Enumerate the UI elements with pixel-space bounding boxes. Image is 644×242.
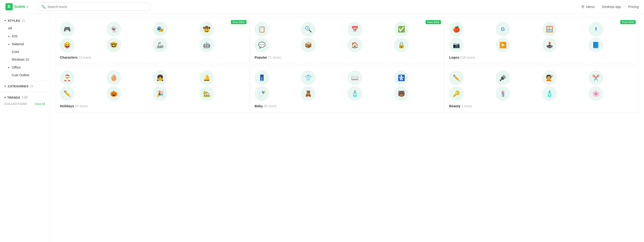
styles-section-header[interactable]: ▾ STYLES 25 (0, 17, 50, 24)
beauty-count: 1 icons (462, 104, 472, 108)
popular-name: Popular (254, 56, 267, 59)
search-bar[interactable]: 🔍 (37, 2, 150, 11)
beauty-icon-3: 💇 (542, 70, 557, 85)
styles-chevron-icon: ▾ (4, 19, 6, 22)
collections-label: COLLECTIONS (4, 102, 27, 106)
logo-icon-8: 📘 (588, 38, 603, 52)
pop-icon-2: 🔍 (301, 22, 316, 36)
hol-icon-1: 🎅 (60, 70, 74, 85)
hol-icon-3: 👧 (153, 70, 167, 85)
pack-popular[interactable]: Free SVG 📋 🔍 📅 ✅ 💬 📦 🏠 🔒 Popular 71 icon… (250, 17, 444, 64)
pop-icon-3: 📅 (348, 22, 362, 36)
hol-icon-7: 🎉 (153, 86, 167, 101)
baby-icon-7: 🧴 (348, 86, 362, 101)
pop-icon-5: 💬 (254, 38, 269, 52)
logo-icon-2: G (496, 22, 510, 36)
free-svg-badge-characters: Free SVG (231, 20, 246, 24)
trends-count: 198 (22, 96, 28, 100)
baby-count: 30 icons (264, 104, 276, 108)
pack-holidays[interactable]: 🎅 🥚 👧 🔔 ✏️ 🎃 🎉 🏡 Holidays 57 icons (55, 66, 250, 113)
sidebar-item-color[interactable]: Color (0, 48, 50, 56)
logo-area[interactable]: B Icons ▾ (6, 3, 28, 10)
desktop-app-link[interactable]: Desktop app (602, 5, 621, 8)
logos-icon-grid: 🍎 G 🪟 f 📷 ▶️ 🕹️ 📘 (449, 22, 634, 52)
pack-beauty[interactable]: ✏️ 🪮 💇 ✂️ 🔑 💈 🧴 🌸 Beauty 1 icons (444, 66, 638, 113)
logo-icon-3: 🪟 (542, 22, 557, 36)
logo-text: Icons (14, 4, 25, 9)
header-right: ☰ Menu Desktop app Pricing (581, 5, 638, 9)
baby-icon-1: 👖 (254, 70, 269, 85)
categories-label: CATEGORIES (8, 84, 29, 88)
characters-icon-grid: 🎮 👻 🎭 🤠 😛 🤓 🦾 🤖 (60, 22, 245, 52)
baby-icon-2: 👕 (301, 70, 316, 85)
styles-label: STYLES (8, 19, 20, 22)
ios-label: iOS (12, 34, 18, 38)
all-label: All (8, 26, 12, 30)
char-icon-3: 🎭 (153, 22, 167, 36)
view-all-link[interactable]: View All (35, 102, 45, 106)
logo-icon-4: f (588, 22, 603, 36)
beauty-name: Beauty (449, 104, 460, 108)
beauty-label: Beauty 1 icons (449, 104, 634, 108)
pricing-link[interactable]: Pricing (628, 5, 638, 8)
logo-chevron-icon: ▾ (27, 5, 28, 8)
sidebar-item-ios[interactable]: ▾ iOS (0, 32, 50, 40)
material-chevron: ▾ (8, 43, 10, 46)
logo-icon-1: 🍎 (449, 22, 464, 36)
material-label: Material (12, 42, 24, 46)
sidebar-divider-2 (0, 92, 50, 92)
sidebar-item-material[interactable]: ▾ Material (0, 40, 50, 48)
pack-baby[interactable]: 👖 👕 📖 🚼 🍼 🧸 🧴 🐻 Baby 30 icons (250, 66, 444, 113)
categories-count: 59 (30, 84, 34, 88)
windows10-label: Windows 10 (12, 58, 29, 61)
beauty-icon-1: ✏️ (449, 70, 464, 85)
trends-row: ▾ TRENDS 198 (0, 94, 50, 101)
office-label: Office (12, 65, 20, 69)
char-icon-7: 🦾 (153, 38, 167, 52)
baby-label: Baby 30 icons (254, 104, 439, 108)
content-area: Free SVG 🎮 👻 🎭 🤠 😛 🤓 🦾 🤖 Characters 12 i… (50, 14, 644, 242)
popular-label: Popular 71 icons (254, 56, 439, 59)
search-input[interactable] (48, 5, 146, 8)
hamburger-icon: ☰ (581, 5, 584, 9)
icon-packs-row-2: 🎅 🥚 👧 🔔 ✏️ 🎃 🎉 🏡 Holidays 57 icons (55, 66, 638, 113)
logo-letter: B (8, 4, 11, 9)
sidebar-item-all[interactable]: All (0, 24, 50, 32)
pack-logos[interactable]: Free SVG 🍎 G 🪟 f 📷 ▶️ 🕹️ 📘 Logos 216 ico… (444, 17, 638, 64)
categories-section-header[interactable]: ▾ CATEGORIES 59 (0, 83, 50, 90)
menu-label: Menu (586, 5, 595, 8)
hol-icon-5: ✏️ (60, 86, 74, 101)
office-chevron: ▾ (8, 66, 10, 69)
search-icon: 🔍 (41, 4, 46, 9)
beauty-icon-8: 🌸 (588, 86, 603, 101)
main-layout: ▾ STYLES 25 All ▾ iOS ▾ Material Color W… (0, 14, 644, 242)
baby-icon-6: 🧸 (301, 86, 316, 101)
ios-chevron: ▾ (8, 35, 10, 38)
free-svg-badge-popular: Free SVG (426, 20, 441, 24)
sidebar-item-office[interactable]: ▾ Office (0, 63, 50, 71)
pack-characters[interactable]: Free SVG 🎮 👻 🎭 🤠 😛 🤓 🦾 🤖 Characters 12 i… (55, 17, 250, 64)
sidebar-item-cute-outline[interactable]: Cute Outline (0, 71, 50, 79)
baby-icon-grid: 👖 👕 📖 🚼 🍼 🧸 🧴 🐻 (254, 70, 439, 101)
trends-header[interactable]: ▾ TRENDS 198 (4, 96, 28, 100)
pop-icon-6: 📦 (301, 38, 316, 52)
beauty-icon-6: 💈 (496, 86, 510, 101)
logos-count: 216 icons (460, 56, 475, 59)
holidays-label: Holidays 57 icons (60, 104, 245, 108)
logos-name: Logos (449, 56, 459, 59)
beauty-icon-5: 🔑 (449, 86, 464, 101)
styles-count: 25 (22, 19, 25, 22)
logos-label: Logos 216 icons (449, 56, 634, 59)
sidebar-item-windows10[interactable]: Windows 10 (0, 56, 50, 63)
sidebar-divider-1 (0, 81, 50, 81)
logo-icon-7: 🕹️ (542, 38, 557, 52)
hol-icon-6: 🎃 (106, 86, 121, 101)
char-icon-5: 😛 (60, 38, 74, 52)
holidays-name: Holidays (60, 104, 74, 108)
beauty-icon-2: 🪮 (496, 70, 510, 85)
pop-icon-4: ✅ (394, 22, 408, 36)
menu-button[interactable]: ☰ Menu (581, 5, 595, 9)
char-icon-6: 🤓 (106, 38, 121, 52)
characters-count: 12 icons (79, 56, 91, 59)
trends-label: TRENDS (7, 96, 20, 99)
